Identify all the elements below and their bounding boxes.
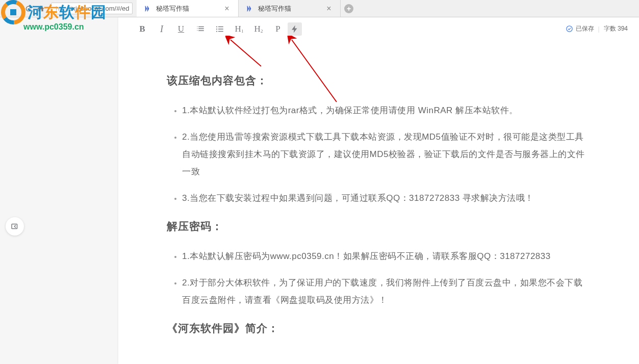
tab-1[interactable]: 秘塔写作猫 × [137, 0, 239, 17]
tab-favicon-1 [144, 5, 152, 13]
tab-2[interactable]: 秘塔写作猫 × [239, 0, 341, 17]
bold-button[interactable]: B [133, 21, 152, 37]
tab-close-2[interactable]: × [325, 5, 333, 13]
list-item[interactable]: 2.对于部分大体积软件，为了保证用户的下载速度，我们将附件上传到了百度云盘中，如… [182, 274, 591, 309]
list-item[interactable]: 2.当您使用迅雷等搜索资源模式下载工具下载本站资源，发现MD5值验证不对时，很可… [182, 128, 591, 180]
tab-title-1: 秘塔写作猫 [156, 4, 219, 13]
section-heading-3[interactable]: 《河东软件园》简介： [167, 321, 591, 335]
ai-lightning-button[interactable] [288, 22, 302, 36]
paragraph-button[interactable]: P [268, 21, 288, 37]
list-item[interactable]: 1.本站默认解压密码为www.pc0359.cn！如果解压密码不正确，请联系客服… [182, 248, 591, 265]
status-bar: 已保存 | 字数 394 [566, 24, 628, 33]
new-tab-button[interactable]: + [341, 0, 357, 17]
browser-bar: http://xiezuocat.com/#/ed 秘塔写作猫 × 秘塔写作猫 … [0, 0, 639, 17]
reload-icon[interactable] [24, 5, 33, 13]
svg-point-4 [566, 26, 572, 32]
h1-button[interactable]: H1 [229, 21, 249, 37]
h2-button[interactable]: H2 [249, 21, 268, 37]
status-divider: | [598, 25, 600, 33]
tab-close-1[interactable]: × [223, 5, 231, 13]
svg-point-3 [216, 31, 217, 32]
list-item[interactable]: 3.当您在下载安装过程中如果遇到问题，可通过联系QQ：3187272833 寻求… [182, 190, 591, 207]
tab-title-2: 秘塔写作猫 [258, 4, 321, 13]
section-list-1: 1.本站默认软件经过打包为rar格式，为确保正常使用请使用 WinRAR 解压本… [167, 102, 591, 207]
format-toolbar: B I U H1 H2 P 已保存 | 字数 394 [118, 17, 639, 41]
tab-favicon-2 [246, 5, 254, 13]
section-list-2: 1.本站默认解压密码为www.pc0359.cn！如果解压密码不正确，请联系客服… [167, 248, 591, 309]
section-heading-1[interactable]: 该压缩包内容包含： [167, 73, 591, 88]
list-item[interactable]: 1.本站默认软件经过打包为rar格式，为确保正常使用请使用 WinRAR 解压本… [182, 102, 591, 119]
check-circle-icon [566, 25, 573, 33]
saved-indicator: 已保存 [566, 24, 594, 33]
word-count: 字数 394 [604, 24, 628, 33]
unordered-list-button[interactable] [210, 21, 229, 37]
editor-panel: B I U H1 H2 P 已保存 | 字数 394 该压缩包内容包含： 1.本… [118, 17, 639, 364]
tab-strip: 秘塔写作猫 × 秘塔写作猫 × + [137, 0, 357, 17]
sidebar-toggle[interactable] [6, 217, 24, 236]
italic-button[interactable]: I [152, 21, 171, 37]
svg-point-2 [216, 29, 217, 30]
underline-button[interactable]: U [171, 21, 191, 37]
home-icon[interactable] [37, 5, 45, 13]
content-area: B I U H1 H2 P 已保存 | 字数 394 该压缩包内容包含： 1.本… [0, 17, 639, 364]
svg-point-1 [216, 26, 217, 27]
ordered-list-button[interactable] [191, 21, 210, 37]
section-heading-2[interactable]: 解压密码： [167, 219, 591, 233]
document-body[interactable]: 该压缩包内容包含： 1.本站默认软件经过打包为rar格式，为确保正常使用请使用 … [118, 41, 639, 364]
nav-icons [0, 5, 45, 13]
url-input[interactable]: http://xiezuocat.com/#/ed [51, 3, 133, 14]
